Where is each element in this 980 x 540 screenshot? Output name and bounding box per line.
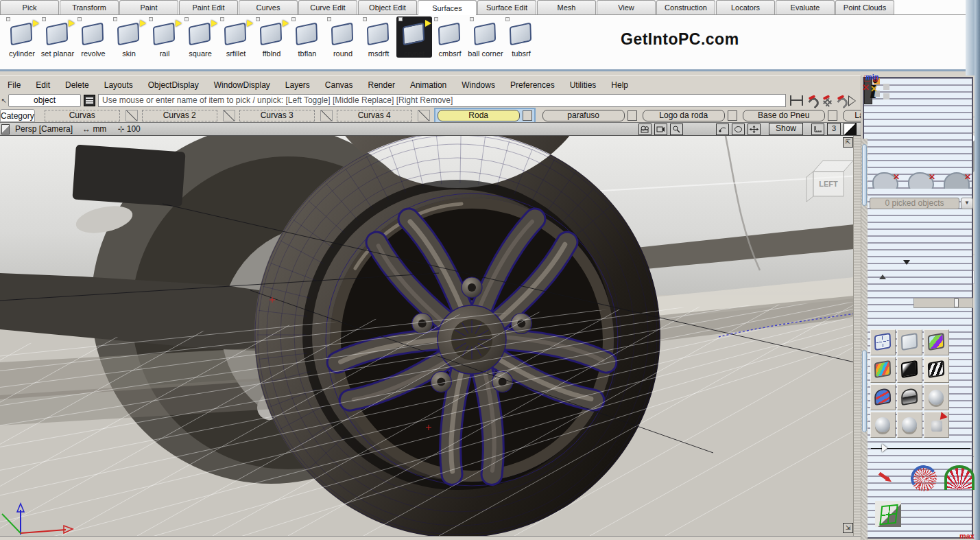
shelf-scroll-strip[interactable]: [966, 0, 975, 75]
menu-item[interactable]: File: [0, 80, 28, 90]
pane-resize-icon[interactable]: ⇱: [843, 137, 853, 148]
shelf-tool-button[interactable]: rail: [147, 16, 182, 58]
history-list-icon[interactable]: [84, 95, 95, 106]
layer-checkbox[interactable]: [828, 110, 837, 121]
shelf-tab[interactable]: Construction: [656, 0, 715, 14]
shelf-tab[interactable]: Paint Edit: [179, 0, 238, 14]
shelf-tool-button[interactable]: square: [182, 16, 218, 58]
option-box-icon[interactable]: [291, 17, 296, 21]
menu-item[interactable]: Delete: [58, 80, 97, 90]
panel-scroll-thumb[interactable]: [862, 144, 867, 206]
expand-arrow-icon[interactable]: [850, 96, 857, 106]
shelf-tab[interactable]: Point Clouds: [835, 0, 894, 14]
option-box-icon[interactable]: [113, 17, 117, 21]
category-button[interactable]: Category: [0, 109, 35, 122]
shelf-tool-button[interactable]: revolve: [75, 16, 111, 58]
material-ball-icon[interactable]: [870, 412, 896, 438]
shelf-tab[interactable]: Locators: [716, 0, 775, 14]
option-box-icon[interactable]: [363, 17, 367, 21]
flat-shade-icon[interactable]: [897, 329, 922, 355]
option-box-icon[interactable]: [398, 17, 403, 21]
snap-to-grid-icon[interactable]: [806, 95, 817, 106]
layer-tab[interactable]: Curvas 4: [337, 110, 430, 121]
ruler-icon[interactable]: [811, 124, 824, 135]
shelf-tab[interactable]: Surfaces: [418, 0, 477, 15]
wireframe-shade-icon[interactable]: [870, 329, 896, 355]
layer-pill[interactable]: Roda: [434, 108, 536, 124]
patch-color-shade-icon[interactable]: [924, 329, 949, 355]
menu-item[interactable]: Layouts: [97, 80, 141, 90]
material-ball-icon[interactable]: [924, 384, 949, 410]
shade-quality-slider[interactable]: [871, 444, 970, 452]
menu-item[interactable]: ObjectDisplay: [141, 80, 206, 90]
curvature-shade-icon[interactable]: [870, 384, 896, 410]
reflection-shade-icon[interactable]: [897, 384, 922, 410]
isoangle-shade-icon[interactable]: [870, 357, 896, 383]
background-toggle-icon[interactable]: [844, 123, 857, 135]
palette-shortcut[interactable]: palette: [870, 135, 905, 172]
option-box-icon[interactable]: [6, 17, 10, 21]
shelf-tool-button[interactable]: round: [325, 16, 361, 58]
layer-pill[interactable]: parafuso: [542, 108, 637, 124]
option-box-icon[interactable]: [470, 17, 474, 21]
shelf-tab[interactable]: Curves: [239, 0, 298, 14]
zebra-stripes-icon[interactable]: [924, 357, 949, 383]
shelf-tab[interactable]: Mesh: [537, 0, 596, 14]
layer-symmetry-icon[interactable]: [223, 110, 235, 121]
shelf-tool-button[interactable]: msdrft: [361, 16, 396, 58]
pick-mode-select[interactable]: object: [8, 94, 81, 107]
menu-item[interactable]: Canvas: [318, 80, 361, 90]
material-ball-icon[interactable]: [897, 412, 922, 438]
menu-item[interactable]: Render: [361, 80, 403, 90]
layer-checkbox[interactable]: [628, 110, 637, 121]
shelf-tool-button[interactable]: tbflan: [289, 16, 325, 58]
menu-item[interactable]: Preferences: [503, 80, 562, 90]
camera-icon[interactable]: [638, 124, 652, 135]
shelf-tool-button[interactable]: ball corner: [468, 16, 503, 58]
layer-symmetry-icon[interactable]: [320, 110, 333, 121]
shelf-tool-button[interactable]: tubsrf: [503, 16, 539, 58]
shelf-tab[interactable]: Curve Edit: [298, 0, 357, 14]
keyframe-icon[interactable]: [790, 95, 803, 106]
menu-item[interactable]: Layers: [278, 80, 318, 90]
shelf-tool-button[interactable]: set planar: [40, 16, 75, 58]
option-box-icon[interactable]: [42, 17, 46, 21]
lookat-icon[interactable]: [732, 124, 745, 135]
panel-scroll-thumb[interactable]: [862, 350, 867, 432]
option-box-icon[interactable]: [327, 17, 331, 21]
prompt-input[interactable]: Use mouse or enter name of item to pick …: [98, 94, 786, 107]
option-box-icon[interactable]: [256, 17, 260, 21]
menu-item[interactable]: Utilities: [562, 80, 604, 90]
menu-item[interactable]: Edit: [28, 80, 58, 90]
layer-tab[interactable]: Curvas 3: [239, 110, 333, 121]
snap-to-curve-icon[interactable]: [821, 95, 832, 106]
wheel-model[interactable]: [254, 136, 660, 536]
shelf-tool-button[interactable]: crvnet: [396, 16, 432, 58]
option-box-icon[interactable]: [184, 17, 189, 21]
shelf-tool-button[interactable]: cmbsrf: [432, 16, 468, 58]
pane-resize-icon[interactable]: ⇲: [843, 523, 853, 533]
shelf-tab[interactable]: Paint: [119, 0, 178, 14]
shelf-tab[interactable]: Object Edit: [358, 0, 417, 14]
menu-item[interactable]: Animation: [403, 80, 454, 90]
shelf-tab[interactable]: View: [597, 0, 656, 14]
option-box-icon[interactable]: [220, 17, 224, 21]
layer-pill[interactable]: Base do Pneu: [743, 108, 837, 124]
shelf-tab[interactable]: Surface Edit: [477, 0, 536, 14]
layer-checkbox[interactable]: [523, 110, 532, 121]
pan-icon[interactable]: [748, 124, 761, 135]
option-box-icon[interactable]: [434, 17, 438, 21]
highlight-shade-icon[interactable]: [897, 357, 922, 383]
viewport-scroll-strip[interactable]: [853, 136, 861, 536]
layer-symmetry-icon[interactable]: [126, 110, 138, 121]
spray-assign-icon[interactable]: [924, 412, 949, 438]
perspective-viewport[interactable]: LEFT ⇱ ⇲: [0, 136, 861, 536]
show-button[interactable]: Show: [769, 123, 803, 135]
shelf-tool-button[interactable]: skin: [111, 16, 147, 58]
tolerance-slider[interactable]: [913, 298, 973, 308]
window-menu-icon[interactable]: [1, 124, 10, 134]
layer-tab[interactable]: Curvas: [45, 110, 138, 121]
shelf-tab[interactable]: Transform: [60, 0, 119, 14]
zoom-icon[interactable]: [670, 124, 683, 135]
layer-pill[interactable]: Logo da roda: [643, 108, 737, 124]
